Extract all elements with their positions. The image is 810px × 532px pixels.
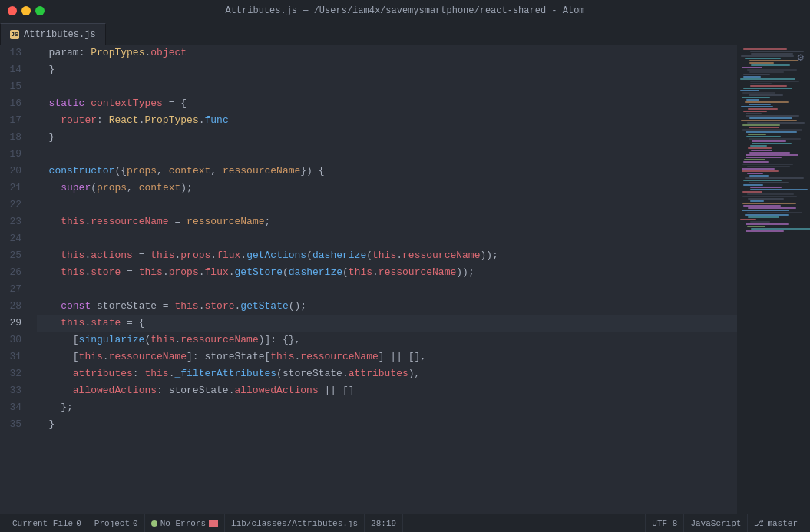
minimap-lines — [737, 45, 810, 236]
minimap: ⚙ — [737, 45, 810, 514]
minimap-line — [750, 200, 764, 202]
code-lines[interactable]: param: PropTypes.object } static context… — [31, 45, 737, 514]
minimap-line — [747, 69, 796, 71]
minimap-line — [747, 193, 794, 195]
minimap-line — [746, 99, 760, 101]
minimap-line — [748, 108, 778, 110]
error-icon — [209, 520, 218, 527]
code-line: }; — [37, 399, 737, 416]
code-line: static contextTypes = { — [37, 95, 737, 112]
minimap-line — [749, 127, 779, 128]
minimap-line — [743, 74, 770, 75]
project-status[interactable]: Project 0 — [88, 514, 145, 533]
minimap-line — [742, 67, 762, 68]
current-file-label: Current File — [12, 519, 73, 528]
code-line: this.actions = this.props.flux.getAction… — [37, 247, 737, 264]
minimap-line — [740, 219, 756, 220]
minimap-line — [744, 159, 765, 160]
minimap-line — [749, 62, 774, 64]
close-button[interactable] — [8, 6, 17, 15]
minimap-line — [743, 111, 767, 112]
project-count: 0 — [133, 519, 138, 528]
minimap-line — [749, 175, 769, 177]
tab-bar: JS Attributes.js — [0, 21, 810, 45]
code-line: this.ressourceName = ressourceName; — [37, 213, 737, 230]
editor-main: 1314151617181920212223242526272829303132… — [0, 45, 810, 514]
minimap-line — [746, 223, 789, 225]
branch-icon: ⎇ — [754, 518, 764, 528]
minimap-line — [751, 150, 772, 151]
minimap-line — [742, 196, 796, 197]
minimap-line — [748, 216, 779, 218]
minimap-line — [742, 168, 775, 170]
minimap-line — [746, 230, 784, 232]
minimap-line — [742, 170, 779, 172]
status-bar: Current File 0 Project 0 No Errors lib/c… — [0, 514, 810, 532]
code-line: this.state = { — [37, 315, 737, 332]
minimap-line — [746, 136, 781, 137]
code-line — [37, 78, 737, 95]
minimap-line — [743, 161, 769, 163]
minimap-line — [746, 154, 798, 156]
code-line: super(props, context); — [37, 180, 737, 197]
code-line: router: React.PropTypes.func — [37, 112, 737, 129]
maximize-button[interactable] — [35, 6, 45, 15]
minimap-line — [750, 51, 804, 52]
branch-status[interactable]: ⎇ master — [747, 514, 804, 533]
minimap-line — [751, 64, 790, 66]
minimap-line — [745, 101, 788, 103]
minimap-line — [750, 187, 782, 188]
minimize-button[interactable] — [21, 6, 31, 15]
encoding-label: UTF-8 — [652, 519, 677, 528]
minimap-content: ⚙ — [737, 45, 810, 514]
code-line: [singularize(this.ressourceName)]: {}, — [37, 332, 737, 349]
code-line: const storeState = this.store.getState()… — [37, 298, 737, 315]
encoding-status[interactable]: UTF-8 — [645, 514, 683, 533]
code-line — [37, 197, 737, 213]
minimap-line — [740, 90, 759, 91]
minimap-line — [749, 182, 789, 183]
gear-icon[interactable]: ⚙ — [798, 51, 804, 64]
code-line: } — [37, 416, 737, 433]
minimap-line — [751, 228, 810, 230]
code-line — [37, 281, 737, 298]
current-file-status[interactable]: Current File 0 — [6, 514, 88, 533]
tab-attributes-js[interactable]: JS Attributes.js — [0, 23, 106, 45]
code-line: } — [37, 129, 737, 146]
minimap-line — [746, 157, 782, 158]
cursor-position-label: 28:19 — [371, 519, 396, 528]
file-path-status[interactable]: lib/classes/Attributes.js — [225, 514, 365, 533]
code-line: attributes: this._filterAttributes(store… — [37, 365, 737, 382]
minimap-line — [748, 207, 796, 209]
minimap-line — [741, 120, 797, 121]
minimap-line — [747, 173, 763, 174]
minimap-line — [749, 117, 792, 119]
code-line: } — [37, 61, 737, 78]
minimap-line — [743, 205, 781, 207]
minimap-line — [750, 83, 772, 84]
language-status[interactable]: JavaScript — [683, 514, 747, 533]
minimap-line — [750, 81, 799, 82]
code-editor[interactable]: 1314151617181920212223242526272829303132… — [0, 45, 737, 514]
minimap-line — [742, 210, 790, 211]
minimap-line — [743, 184, 764, 186]
minimap-line — [742, 97, 769, 98]
code-line: allowedActions: storeState.allowedAction… — [37, 382, 737, 399]
status-right: UTF-8 JavaScript ⎇ master — [645, 514, 804, 533]
code-line: param: PropTypes.object — [37, 45, 737, 61]
language-label: JavaScript — [690, 519, 741, 528]
minimap-line — [742, 191, 762, 193]
minimap-line — [748, 147, 772, 149]
branch-label: master — [767, 519, 798, 528]
minimap-line — [745, 177, 805, 179]
code-line: constructor({props, context, ressourceNa… — [37, 163, 737, 180]
minimap-line — [746, 113, 762, 114]
no-errors-status[interactable]: No Errors — [145, 514, 225, 533]
window-title: Attributes.js — /Users/iam4x/savemysmart… — [225, 5, 584, 16]
minimap-line — [749, 104, 771, 105]
minimap-line — [749, 94, 782, 96]
cursor-position-status[interactable]: 28:19 — [365, 514, 403, 533]
minimap-line — [749, 152, 789, 154]
code-line: [this.ressourceName]: storeState[this.re… — [37, 349, 737, 365]
minimap-line — [749, 60, 798, 61]
